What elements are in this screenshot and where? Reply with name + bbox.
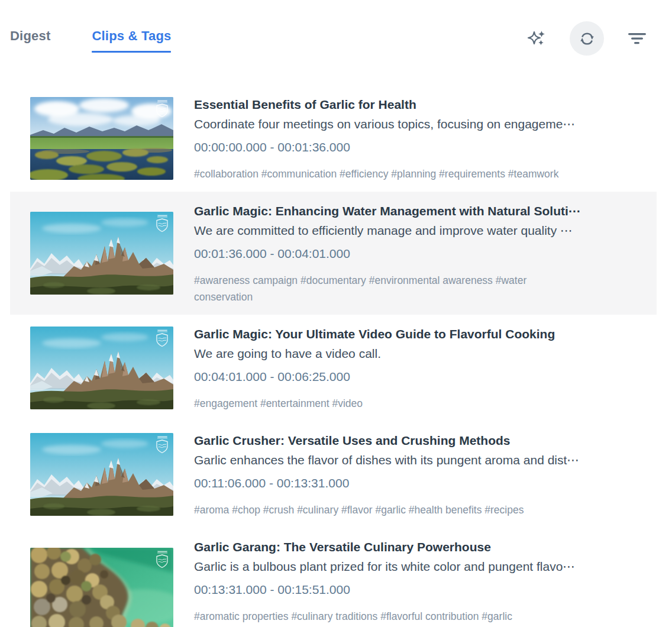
clip-thumbnail-mountain-peaks (30, 433, 173, 516)
clip-time-range: 00:11:06.000 - 00:13:31.000 (194, 473, 637, 493)
mountain-peaks-image (30, 212, 173, 295)
channel-logo-watermark-icon (155, 215, 169, 232)
clip-title: Essential Benefits of Garlic for Health (194, 95, 637, 114)
wetland-lake-aerial-image (30, 97, 173, 180)
clip-title: Garlic Magic: Enhancing Water Management… (194, 201, 637, 221)
clip-tags: #awareness campaign #documentary #enviro… (194, 272, 637, 305)
clip-row-3[interactable]: Garlic Magic: Your Ultimate Video Guide … (10, 315, 657, 421)
clip-meta: Garlic Magic: Enhancing Water Management… (194, 201, 637, 305)
clip-row-5[interactable]: Garlic Garang: The Versatile Culinary Po… (10, 528, 657, 627)
channel-logo-watermark-icon (155, 551, 169, 568)
clip-title: Garlic Magic: Your Ultimate Video Guide … (194, 324, 637, 344)
tab-clips-tags[interactable]: Clips & Tags (92, 28, 171, 53)
clip-meta: Garlic Garang: The Versatile Culinary Po… (194, 537, 637, 627)
clip-row-1[interactable]: Essential Benefits of Garlic for Health … (10, 85, 657, 192)
filter-button[interactable] (626, 28, 648, 49)
refresh-button[interactable] (570, 21, 604, 56)
clip-row-4[interactable]: Garlic Crusher: Versatile Uses and Crush… (10, 421, 657, 528)
header: Digest Clips & Tags (0, 0, 672, 59)
tab-bar: Digest Clips & Tags (10, 28, 171, 53)
refresh-icon (579, 31, 595, 47)
clip-list: Essential Benefits of Garlic for Health … (10, 59, 657, 627)
channel-logo-watermark-icon (155, 100, 169, 118)
clip-time-range: 00:00:00.000 - 00:01:36.000 (194, 137, 637, 157)
clip-description: Garlic is a bulbous plant prized for its… (194, 557, 637, 576)
clip-description: Garlic enhances the flavor of dishes wit… (194, 450, 637, 470)
clip-time-range: 00:13:31.000 - 00:15:51.000 (194, 580, 637, 599)
filter-icon (628, 31, 646, 46)
toolbar-actions (526, 21, 648, 56)
tab-digest-underline (10, 51, 50, 53)
clip-thumbnail-mountain-peaks (30, 212, 173, 295)
mountain-peaks-image (30, 433, 173, 516)
ai-sparkles-icon (526, 28, 547, 49)
clip-time-range: 00:01:36.000 - 00:04:01.000 (194, 244, 637, 263)
clip-tags: #aroma #chop #crush #culinary #flavor #g… (194, 502, 637, 518)
clip-meta: Garlic Crusher: Versatile Uses and Crush… (194, 431, 637, 518)
clip-description: We are going to have a video call. (194, 344, 637, 363)
ai-sparkles-button[interactable] (526, 28, 547, 49)
clip-time-range: 00:04:01.000 - 00:06:25.000 (194, 367, 637, 386)
autumn-forest-lake-aerial-image (30, 548, 173, 627)
clip-title: Garlic Garang: The Versatile Culinary Po… (194, 537, 637, 557)
clip-thumbnail-wetland-lake-aerial (30, 97, 173, 180)
tab-clips-tags-label: Clips & Tags (92, 28, 171, 44)
clip-tags: #collaboration #communication #efficienc… (194, 166, 637, 182)
tab-digest[interactable]: Digest (10, 28, 50, 53)
clip-title: Garlic Crusher: Versatile Uses and Crush… (194, 431, 637, 450)
channel-logo-watermark-icon (155, 436, 169, 454)
active-tab-underline (92, 51, 171, 53)
clip-tags: #engagement #entertainment #video (194, 395, 637, 412)
tab-digest-label: Digest (10, 28, 50, 44)
clip-meta: Essential Benefits of Garlic for Health … (194, 95, 637, 182)
mountain-peaks-image (30, 327, 173, 409)
clip-meta: Garlic Magic: Your Ultimate Video Guide … (194, 324, 637, 412)
clip-tags: #aromatic properties #culinary tradition… (194, 608, 637, 627)
clip-description: We are committed to efficiently manage a… (194, 221, 637, 240)
channel-logo-watermark-icon (155, 329, 169, 347)
clip-description: Coordinate four meetings on various topi… (194, 114, 637, 134)
clip-thumbnail-mountain-peaks (30, 327, 173, 409)
clip-thumbnail-autumn-forest-lake-aerial (30, 548, 173, 627)
clip-row-2[interactable]: Garlic Magic: Enhancing Water Management… (10, 192, 657, 315)
